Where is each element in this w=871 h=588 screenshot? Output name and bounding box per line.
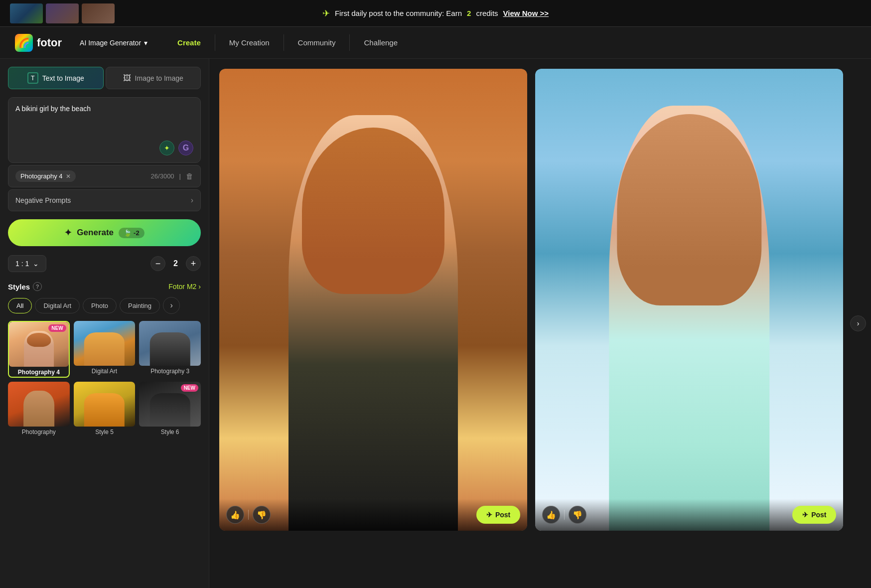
figure-1 — [289, 115, 458, 531]
thumbs-up-icon: 👍 — [230, 510, 240, 520]
post-label-2: Post — [811, 511, 826, 519]
image-overlay-1: 👍 👎 ✈ Post — [219, 499, 527, 531]
negative-chevron-icon: › — [191, 196, 193, 205]
vote-divider-1 — [248, 510, 249, 520]
tag-label: Photography 4 — [20, 172, 63, 180]
image-card-2: 👍 👎 ✈ Post — [535, 69, 843, 531]
style-item-s4[interactable]: Photography — [8, 382, 70, 437]
filter-all-button[interactable]: All — [8, 298, 32, 313]
image-card-1: 👍 👎 ✈ Post — [219, 69, 527, 531]
thumbs-down-button-1[interactable]: 👎 — [253, 506, 271, 524]
banner-thumb-3 — [82, 3, 115, 23]
nav-arrow-right[interactable]: › — [850, 315, 866, 331]
magic-wand-icon: ✦ — [164, 144, 170, 152]
credits-cost: -2 — [134, 229, 140, 237]
style-item-s5[interactable]: Style 5 — [74, 382, 136, 437]
style-label-photography3: Photography 3 — [139, 366, 201, 376]
tag-chip: Photography 4 ✕ — [15, 170, 76, 182]
style-item-photography4[interactable]: NEW Photography 4 — [8, 321, 70, 378]
style-figure-s4 — [23, 391, 54, 427]
thumbs-up-button-1[interactable]: 👍 — [226, 506, 244, 524]
char-count: 26/3000 — [151, 172, 174, 180]
image-to-image-label: Image to Image — [135, 74, 183, 82]
banner-credits: 2 — [467, 9, 471, 17]
prompt-actions: ✦ G — [15, 141, 193, 155]
new-badge: NEW — [48, 324, 66, 332]
style-filter-row: All Digital Art Photo Painting › — [8, 297, 201, 314]
banner-text: First daily post to the community: Earn — [335, 9, 462, 17]
chevron-down-icon: ▾ — [144, 39, 147, 47]
style-label-s5: Style 5 — [74, 427, 136, 437]
vote-buttons-1: 👍 👎 — [226, 506, 271, 524]
ai-generator-dropdown[interactable]: AI Image Generator ▾ — [74, 36, 153, 50]
text-to-image-tab[interactable]: T Text to Image — [8, 67, 104, 89]
style-thumb-s4 — [8, 382, 70, 427]
ratio-select[interactable]: 1 : 1 ⌄ — [8, 255, 46, 272]
post-button-1[interactable]: ✈ Post — [476, 506, 520, 524]
image-placeholder-1: 👍 👎 ✈ Post — [219, 69, 527, 531]
logo-text: fotor — [37, 36, 62, 49]
style-item-digital-art[interactable]: Digital Art — [74, 321, 136, 378]
chevron-right-icon: › — [198, 283, 201, 291]
minus-icon: − — [155, 259, 161, 269]
post-label-1: Post — [495, 511, 510, 519]
thumbs-down-icon-2: 👎 — [573, 510, 582, 520]
banner-thumbnails — [10, 3, 120, 23]
nav-item-my-creation[interactable]: My Creation — [215, 34, 284, 51]
text-to-image-label: Text to Image — [42, 74, 84, 82]
style-grid-row2: Photography Style 5 NEW Style 6 — [8, 382, 201, 437]
generate-label: Generate — [77, 228, 114, 238]
style-label-photography4: Photography 4 — [9, 367, 69, 377]
negative-prompts-row[interactable]: Negative Prompts › — [8, 189, 201, 211]
count-increase-button[interactable]: + — [186, 256, 201, 271]
thumbs-up-button-2[interactable]: 👍 — [542, 506, 560, 524]
filter-painting-button[interactable]: Painting — [120, 298, 160, 313]
styles-label: Styles — [8, 283, 30, 291]
style-label-digital-art: Digital Art — [74, 366, 136, 376]
nav-items: Create My Creation Community Challenge — [163, 34, 856, 51]
filter-digital-art-button[interactable]: Digital Art — [35, 298, 80, 313]
image-to-image-tab[interactable]: 🖼 Image to Image — [106, 67, 201, 89]
nav-item-create[interactable]: Create — [163, 34, 215, 51]
tag-remove-button[interactable]: ✕ — [66, 173, 71, 180]
prompt-input[interactable] — [15, 105, 193, 135]
style-item-s6[interactable]: NEW Style 6 — [139, 382, 201, 437]
count-decrease-button[interactable]: − — [150, 256, 165, 271]
filter-photo-button[interactable]: Photo — [83, 298, 117, 313]
prompt-area: ✦ G — [8, 97, 201, 163]
view-now-link[interactable]: View Now >> — [503, 9, 549, 17]
negative-prompts-label: Negative Prompts — [15, 196, 71, 204]
hair-figure-2 — [617, 114, 761, 305]
nav-item-community[interactable]: Community — [284, 34, 350, 51]
banner-credits-suffix: credits — [476, 9, 498, 17]
style-dog — [84, 332, 124, 366]
text-tab-icon: T — [27, 72, 38, 84]
filter-more-button[interactable]: › — [163, 297, 180, 314]
style-label-s6: Style 6 — [139, 427, 201, 437]
style-figure — [24, 331, 54, 367]
generate-button[interactable]: ✦ Generate 🍃 -2 — [8, 219, 201, 246]
mode-tabs: T Text to Image 🖼 Image to Image — [8, 67, 201, 89]
image-bg-1 — [219, 69, 527, 531]
style-thumb-s5 — [74, 382, 136, 427]
styles-model-button[interactable]: Fotor M2 › — [168, 283, 201, 291]
style-figure-s5 — [84, 393, 124, 427]
figure-2 — [609, 106, 769, 531]
magic-wand-button[interactable]: ✦ — [159, 141, 174, 155]
banner-thumb-2 — [46, 3, 79, 23]
grammar-button[interactable]: G — [178, 141, 193, 155]
trash-icon[interactable]: 🗑 — [186, 172, 193, 180]
nav-item-challenge[interactable]: Challenge — [349, 34, 412, 51]
style-label-s4: Photography — [8, 427, 70, 437]
style-item-photography3[interactable]: Photography 3 — [139, 321, 201, 378]
count-control: − 2 + — [150, 256, 201, 271]
image-overlay-2: 👍 👎 ✈ Post — [535, 499, 843, 531]
thumbs-down-button-2[interactable]: 👎 — [569, 506, 586, 524]
vote-divider-2 — [564, 510, 565, 520]
vote-buttons-2: 👍 👎 — [542, 506, 586, 524]
post-button-2[interactable]: ✈ Post — [792, 506, 836, 524]
ai-generator-label: AI Image Generator — [80, 39, 141, 47]
ratio-value: 1 : 1 — [15, 260, 29, 268]
post-icon-2: ✈ — [802, 511, 808, 519]
styles-model-label: Fotor M2 — [168, 283, 196, 291]
